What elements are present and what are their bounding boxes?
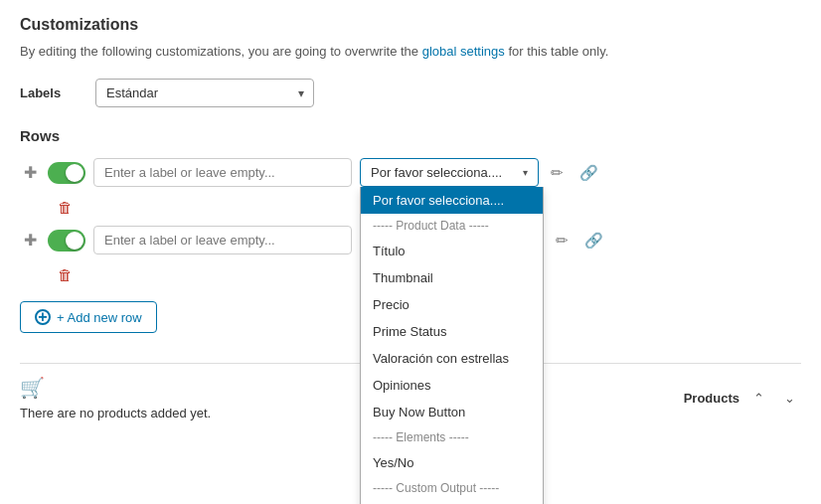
labels-select[interactable]: Estándar Minimal Custom — [95, 79, 314, 107]
delete-button-1[interactable]: 🗑 — [54, 195, 77, 220]
edit-button-1[interactable]: ✏ — [547, 160, 568, 186]
drag-handle-2[interactable]: ✚ — [20, 231, 40, 250]
description-before: By editing the following customizations,… — [20, 44, 422, 59]
cart-icon: 🛒 — [20, 377, 45, 399]
dropdown-trigger-1[interactable]: Por favor selecciona.... ▾ — [360, 158, 539, 187]
dropdown-item-sep-custom: ----- Custom Output ----- — [361, 476, 543, 500]
rows-title: Rows — [20, 127, 801, 144]
chevron-down-icon-1: ▾ — [523, 167, 528, 178]
dropdown-item-valoracion[interactable]: Valoración con estrellas — [361, 345, 543, 372]
label-input-1[interactable] — [93, 158, 352, 187]
dropdown-item-placeholder[interactable]: Por favor selecciona.... — [361, 187, 543, 214]
link-button-1[interactable]: 🔗 — [575, 160, 602, 186]
products-down-button[interactable]: ⌄ — [778, 389, 801, 408]
link-button-2[interactable]: 🔗 — [580, 228, 607, 253]
dropdown-wrapper-1: Por favor selecciona.... ▾ Por favor sel… — [360, 158, 539, 187]
dropdown-menu-1: Por favor selecciona.... ----- Product D… — [360, 187, 544, 504]
left-bottom: 🛒 There are no products added yet. — [20, 376, 211, 420]
row-1: ✚ Por favor selecciona.... ▾ Por favor — [20, 158, 801, 187]
products-up-button[interactable]: ⌃ — [747, 389, 770, 408]
description: By editing the following customizations,… — [20, 44, 801, 59]
plus-circle-icon: + — [35, 309, 51, 325]
row-1-group: ✚ Por favor selecciona.... ▾ Por favor — [20, 158, 801, 220]
rows-section: Rows ✚ Por favor selecciona.... ▾ — [20, 127, 801, 333]
dropdown-item-buy-now[interactable]: Buy Now Button — [361, 399, 543, 425]
dropdown-item-opiniones[interactable]: Opiniones — [361, 372, 543, 399]
dropdown-item-prime-status[interactable]: Prime Status — [361, 318, 543, 345]
toggle-2[interactable] — [48, 230, 85, 252]
labels-row: Labels Estándar Minimal Custom — [20, 79, 801, 107]
dropdown-item-titulo[interactable]: Título — [361, 238, 543, 264]
drag-handle-1[interactable]: ✚ — [20, 163, 40, 182]
dropdown-item-precio[interactable]: Precio — [361, 291, 543, 318]
labels-select-wrapper: Estándar Minimal Custom — [95, 79, 314, 107]
products-label: Products — [684, 391, 739, 406]
add-row-label: + Add new row — [57, 310, 142, 325]
products-section: Products ⌃ ⌄ — [684, 389, 801, 408]
dropdown-item-yes-no[interactable]: Yes/No — [361, 449, 543, 476]
global-settings-link[interactable]: global settings — [422, 44, 505, 59]
dropdown-item-sep-elements: ----- Elements ----- — [361, 425, 543, 449]
labels-label: Labels — [20, 85, 80, 100]
page-title: Customizations — [20, 16, 801, 34]
trash-icon-2: 🗑 — [58, 266, 73, 283]
edit-button-2[interactable]: ✏ — [552, 228, 573, 253]
description-after: for this table only. — [505, 44, 609, 59]
dropdown-selected-1: Por favor selecciona.... — [371, 165, 502, 180]
dropdown-item-thumbnail[interactable]: Thumbnail — [361, 264, 543, 291]
dropdown-item-sep-product: ----- Product Data ----- — [361, 214, 543, 238]
trash-icon-1: 🗑 — [58, 199, 73, 216]
label-input-2[interactable] — [93, 226, 352, 254]
no-products-text: There are no products added yet. — [20, 406, 211, 420]
add-row-button[interactable]: + + Add new row — [20, 301, 157, 333]
delete-button-2[interactable]: 🗑 — [54, 262, 77, 287]
dropdown-item-shortcode[interactable]: Shortcode — [361, 500, 543, 504]
toggle-1[interactable] — [48, 162, 85, 184]
